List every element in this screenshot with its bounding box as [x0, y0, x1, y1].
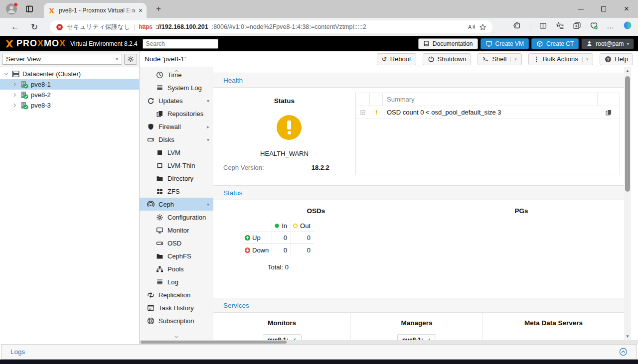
gear-icon: [127, 56, 134, 63]
search-input[interactable]: [143, 39, 218, 49]
window-minimize-button[interactable]: [569, 0, 592, 18]
horizontal-scrollbar[interactable]: [140, 340, 638, 344]
menu-item-directory[interactable]: Directory: [140, 172, 213, 185]
new-tab-button[interactable]: +: [154, 4, 163, 14]
expand-row-icon[interactable]: [360, 110, 366, 116]
browser-tab[interactable]: pve8-1 - Proxmox Virtual Environ ×: [44, 3, 147, 18]
scroll-up-arrow-icon[interactable]: ▲: [624, 69, 631, 73]
display-icon: [485, 40, 492, 47]
menu-item-lvm-thin[interactable]: LVM-Thin: [140, 159, 213, 172]
menu-item-zfs[interactable]: ZFS: [140, 185, 213, 198]
node-icon: [20, 91, 28, 99]
menu-item-task-history[interactable]: Task History: [140, 301, 213, 314]
vertical-scrollbar-thumb[interactable]: [625, 76, 630, 192]
menu-item-osd[interactable]: OSD: [140, 237, 213, 249]
security-warning-icon[interactable]: [56, 23, 63, 31]
settings-more-icon[interactable]: …: [607, 21, 615, 30]
menu-item-ceph[interactable]: Ceph▾: [140, 198, 213, 211]
menu-item-label: LVM: [167, 149, 180, 156]
menu-item-subscription[interactable]: Subscription: [140, 314, 213, 327]
reload-icon[interactable]: ↻: [31, 22, 38, 32]
logs-panel-header[interactable]: Logs: [1, 344, 637, 360]
scroll-down-arrow-icon[interactable]: ▼: [624, 334, 631, 339]
user-menu-button[interactable]: root@pam ▾: [581, 38, 634, 49]
chevron-down-icon[interactable]: ▾: [582, 57, 589, 62]
documentation-button[interactable]: Documentation: [418, 38, 478, 49]
list-icon: [156, 84, 163, 92]
shell-button[interactable]: Shell ▾: [478, 53, 521, 65]
read-aloud-icon[interactable]: A: [468, 23, 476, 31]
services-section-title: Services: [223, 302, 249, 309]
tree-settings-button[interactable]: [124, 54, 137, 65]
menu-item-updates[interactable]: Updates▾: [140, 94, 213, 107]
collections-icon[interactable]: [573, 21, 581, 30]
view-selector-dropdown[interactable]: Server View ▾: [2, 54, 122, 65]
menu-item-log[interactable]: Log: [140, 275, 213, 288]
favorite-star-icon[interactable]: [479, 23, 486, 31]
health-summary-row[interactable]: OSD count 0 < osd_pool_default_size 3: [356, 106, 620, 119]
menu-scroll-up[interactable]: [140, 68, 213, 75]
menu-item-label: Directory: [167, 175, 193, 182]
chevron-right-icon[interactable]: [12, 92, 17, 98]
favorites-icon[interactable]: [556, 21, 564, 30]
monitor-status-chip[interactable]: pve8-1:: [262, 334, 301, 340]
manager-status-chip[interactable]: pve8-1:: [397, 334, 436, 340]
chevron-down-icon[interactable]: ▾: [510, 57, 517, 62]
chevron-down-icon[interactable]: [3, 71, 9, 77]
extensions-icon[interactable]: [513, 21, 521, 30]
chevron-right-icon[interactable]: [12, 82, 17, 87]
menu-item-system-log[interactable]: System Log: [140, 81, 213, 94]
node-icon: [20, 101, 28, 110]
sqf-icon: [156, 149, 163, 156]
menu-item-label: Log: [167, 278, 178, 286]
vertical-scrollbar[interactable]: ▲ ▼: [624, 67, 631, 340]
shutdown-button[interactable]: Shutdown: [423, 53, 472, 65]
tree-item-pve8-2[interactable]: pve8-2: [0, 90, 139, 100]
browser-essentials-icon[interactable]: [590, 21, 598, 30]
menu-item-pools[interactable]: Pools: [140, 262, 213, 275]
menu-item-label: ZFS: [167, 188, 180, 195]
notification-dot: [13, 2, 18, 7]
tree-item-datacenter-cluster-[interactable]: Datacenter (Cluster): [0, 69, 139, 79]
tree-item-pve8-1[interactable]: pve8-1: [0, 79, 139, 90]
window-maximize-button[interactable]: [592, 0, 615, 18]
copy-icon[interactable]: [605, 109, 612, 116]
chevron-down-icon[interactable]: ▾: [207, 98, 209, 104]
brand-text: MO: [44, 38, 59, 48]
address-bar[interactable]: セキュリティ保護なし | https://192.168.100.201:800…: [50, 20, 492, 33]
create-ct-button[interactable]: Create CT: [531, 38, 579, 49]
copilot-icon[interactable]: [623, 21, 632, 30]
up-circle-icon: [244, 235, 251, 241]
bulk-actions-button[interactable]: ⋮ Bulk Actions ▾: [528, 53, 593, 65]
window-close-button[interactable]: ×: [615, 0, 638, 18]
chevron-down-icon[interactable]: ▾: [207, 137, 209, 142]
chevron-right-icon[interactable]: ▸: [207, 124, 209, 129]
tab-close-icon[interactable]: ×: [139, 7, 143, 14]
security-label: セキュリティ保護なし: [67, 23, 130, 31]
back-icon[interactable]: ←: [11, 22, 19, 32]
split-screen-icon[interactable]: [539, 21, 547, 30]
task-icon: [147, 304, 155, 312]
menu-item-monitor[interactable]: Monitor: [140, 224, 213, 237]
menu-item-cephfs[interactable]: CephFS: [140, 249, 213, 262]
menu-item-replication[interactable]: Replication: [140, 288, 213, 301]
chevron-right-icon[interactable]: [12, 103, 17, 108]
help-button[interactable]: ? Help: [600, 53, 633, 65]
logs-expand-icon[interactable]: [619, 348, 628, 356]
reboot-button[interactable]: ↺ Reboot: [377, 53, 416, 65]
create-vm-button[interactable]: Create VM: [480, 38, 529, 49]
menu-item-configuration[interactable]: Configuration: [140, 211, 213, 224]
sqo-icon: [156, 162, 163, 169]
horizontal-scrollbar-thumb[interactable]: [141, 341, 287, 344]
bulk-actions-label: Bulk Actions: [543, 55, 578, 63]
tree-item-pve8-3[interactable]: pve8-3: [0, 100, 139, 111]
menu-item-disks[interactable]: Disks▾: [140, 133, 213, 146]
menu-item-firewall[interactable]: Firewall▸: [140, 120, 213, 133]
menu-item-lvm[interactable]: LVM: [140, 146, 213, 159]
profile-avatar-icon[interactable]: [6, 3, 17, 14]
menu-item-repositories[interactable]: Repositories: [140, 107, 213, 120]
out-column-header: Out: [300, 222, 311, 230]
chevron-down-icon[interactable]: ▾: [207, 202, 209, 207]
workspaces-icon[interactable]: [25, 4, 34, 13]
view-selector-value: Server View: [6, 55, 41, 63]
